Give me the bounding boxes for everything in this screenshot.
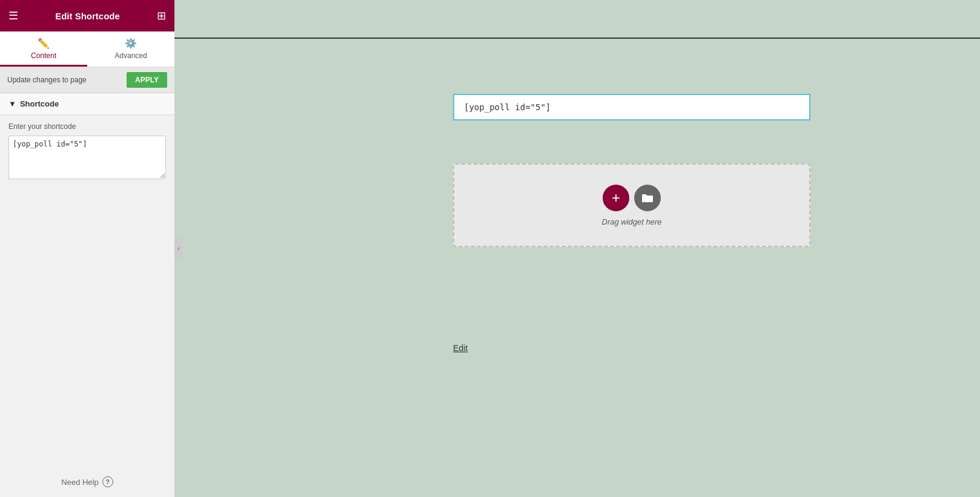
menu-icon[interactable]: ☰: [8, 9, 18, 22]
shortcode-widget-display: [yop_poll id="5"]: [453, 94, 810, 120]
shortcode-section: ▼ Shortcode Enter your shortcode [yop_po…: [0, 93, 174, 189]
update-label: Update changes to page: [7, 76, 87, 84]
need-help[interactable]: Need Help ?: [0, 467, 174, 497]
need-help-label: Need Help: [61, 478, 98, 487]
tabs-container: ✏️ Content ⚙️ Advanced: [0, 31, 174, 67]
update-bar: Update changes to page APPLY: [0, 67, 174, 93]
shortcode-widget-text: [yop_poll id="5"]: [464, 102, 551, 112]
folder-widget-button[interactable]: [634, 185, 661, 211]
chevron-down-icon: ▼: [8, 99, 16, 108]
grid-icon[interactable]: ⊞: [157, 9, 166, 22]
shortcode-input-label: Enter your shortcode: [8, 122, 166, 131]
sidebar: ☰ Edit Shortcode ⊞ ✏️ Content ⚙️ Advance…: [0, 0, 174, 497]
shortcode-body: Enter your shortcode [yop_poll id="5"]: [0, 115, 174, 189]
shortcode-section-header[interactable]: ▼ Shortcode: [0, 93, 174, 115]
shortcode-section-title: Shortcode: [20, 99, 59, 108]
edit-link[interactable]: Edit: [453, 343, 468, 353]
add-widget-button[interactable]: +: [603, 185, 629, 211]
content-tab-label: Content: [31, 51, 56, 60]
apply-button[interactable]: APPLY: [127, 72, 167, 88]
tab-content[interactable]: ✏️ Content: [0, 31, 87, 67]
widget-buttons: +: [603, 185, 661, 211]
advanced-tab-icon: ⚙️: [125, 38, 137, 49]
main-canvas: [yop_poll id="5"] + Drag widget here Edi…: [174, 0, 980, 497]
drag-widget-area: + Drag widget here: [453, 163, 810, 247]
sidebar-header: ☰ Edit Shortcode ⊞: [0, 0, 174, 31]
top-divider: [174, 38, 980, 39]
collapse-handle[interactable]: ‹: [174, 238, 183, 260]
help-icon: ?: [102, 476, 113, 487]
content-tab-icon: ✏️: [38, 38, 50, 49]
shortcode-textarea[interactable]: [yop_poll id="5"]: [8, 136, 166, 179]
advanced-tab-label: Advanced: [114, 51, 147, 60]
drag-widget-label: Drag widget here: [602, 217, 662, 226]
sidebar-title: Edit Shortcode: [55, 11, 120, 21]
tab-advanced[interactable]: ⚙️ Advanced: [87, 31, 174, 67]
